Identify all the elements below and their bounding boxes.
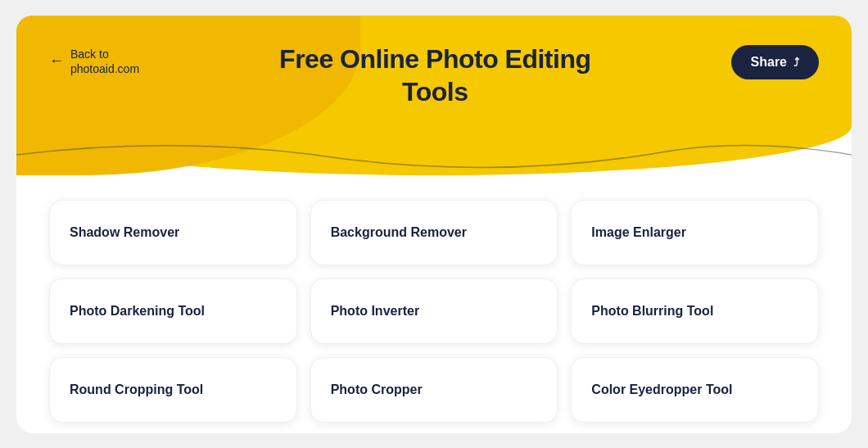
header-area: ← Back to photoaid.com Free Online Photo… bbox=[16, 16, 852, 175]
tool-card-photo-blurring-tool[interactable]: Photo Blurring Tool bbox=[571, 278, 819, 344]
tool-card-photo-darkening-tool[interactable]: Photo Darkening Tool bbox=[49, 278, 297, 344]
tool-card-round-cropping-tool[interactable]: Round Cropping Tool bbox=[49, 357, 297, 423]
tool-card-label-photo-inverter: Photo Inverter bbox=[331, 304, 419, 319]
title-line1: Free Online Photo Editing bbox=[279, 44, 590, 74]
back-arrow-icon: ← bbox=[49, 52, 64, 70]
tool-card-photo-inverter[interactable]: Photo Inverter bbox=[310, 278, 558, 344]
back-link[interactable]: ← Back to photoaid.com bbox=[49, 38, 139, 76]
main-container: ← Back to photoaid.com Free Online Photo… bbox=[16, 16, 852, 433]
tool-card-label-background-remover: Background Remover bbox=[331, 225, 467, 240]
tool-card-background-remover[interactable]: Background Remover bbox=[310, 200, 558, 265]
share-button[interactable]: Share ⤴ bbox=[731, 45, 819, 79]
title-line2: Tools bbox=[402, 77, 468, 106]
tool-card-label-image-enlarger: Image Enlarger bbox=[591, 225, 686, 240]
tool-card-image-enlarger[interactable]: Image Enlarger bbox=[571, 200, 819, 265]
tool-card-photo-cropper[interactable]: Photo Cropper bbox=[310, 357, 558, 423]
tools-grid: Shadow RemoverBackground RemoverImage En… bbox=[16, 183, 852, 433]
tool-card-label-round-cropping-tool: Round Cropping Tool bbox=[70, 382, 203, 397]
share-icon: ⤴ bbox=[793, 56, 799, 69]
tool-card-label-color-eyedropper-tool: Color Eyedropper Tool bbox=[591, 382, 732, 397]
page-title: Free Online Photo Editing Tools bbox=[139, 38, 730, 108]
tool-card-shadow-remover[interactable]: Shadow Remover bbox=[49, 200, 297, 265]
tool-card-label-photo-cropper: Photo Cropper bbox=[331, 382, 423, 397]
tool-card-color-eyedropper-tool[interactable]: Color Eyedropper Tool bbox=[571, 357, 819, 423]
back-text: Back to photoaid.com bbox=[70, 47, 139, 76]
tool-card-label-shadow-remover: Shadow Remover bbox=[70, 225, 179, 240]
share-label: Share bbox=[751, 55, 787, 70]
tool-card-label-photo-blurring-tool: Photo Blurring Tool bbox=[591, 304, 713, 319]
tool-card-label-photo-darkening-tool: Photo Darkening Tool bbox=[70, 304, 205, 319]
